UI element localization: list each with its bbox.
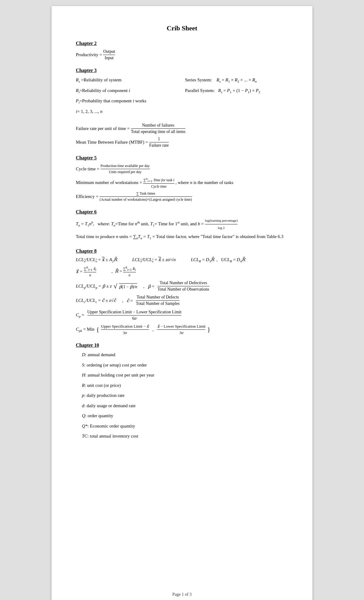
ch10-D: D: annual demand — [76, 351, 288, 359]
failure-rate-label: Failure rate per unit of time = — [76, 126, 130, 131]
rbar-den: n — [123, 272, 136, 278]
lcl-ucl-c: LCLc/UCLc = c̄ ± z√c̄ — [76, 298, 116, 304]
c-bar-formula: , c̄ = — [122, 298, 133, 303]
chapter-3-section: Chapter 3 Rs =Reliability of system Ri=R… — [76, 68, 288, 148]
chapter-5-section: Chapter 5 Cycle time = Production time a… — [76, 155, 288, 202]
cpk-brace-open: { — [96, 326, 99, 333]
min-ws-fraction: ∑ni=1 Time for task i Cycle time — [143, 177, 174, 189]
p-sqrt-content: p̄(1 − p̄)/n — [119, 283, 137, 289]
chapter-5-heading: Chapter 5 — [76, 155, 288, 161]
ch3-grid: Rs =Reliability of system Ri=Reliability… — [76, 76, 288, 118]
xdb-den: n — [84, 272, 96, 278]
b-fraction: log(learning percentage) log 2 — [205, 218, 238, 230]
ri-def: Ri=Reliability of component i — [76, 87, 173, 95]
b-numerator: log(learning percentage) — [205, 218, 238, 224]
cycle-time-formula: Cycle time = Production time available p… — [76, 164, 288, 174]
efficiency-label: Efficiency = — [76, 194, 98, 199]
mtbf-numerator: 1 — [149, 137, 169, 142]
mtbf-label: Mean Time Between Failure (MTBF) = — [76, 140, 148, 145]
mtbf-fraction: 1 Failure rate — [149, 137, 169, 148]
min-ws-denominator: Cycle time — [143, 184, 174, 189]
efficiency-numerator: ∑ Task times — [99, 191, 192, 197]
total-time-formula: Total time to produce n units = ∑nTn = T… — [76, 233, 288, 241]
p-bar-frac: Total Number of Defectives Total Number … — [157, 281, 209, 292]
productivity-formula: Productivity = Output Input — [76, 49, 288, 60]
pbar-num: Total Number of Defectives — [157, 281, 209, 286]
cpk-brace-close: } — [207, 326, 210, 333]
cpk-frac1: Upper Specification Limit − x̄ 3σ — [101, 324, 149, 335]
parallel-system: Parallel System: Rs = P1 + (1 − P1) × P2 — [185, 87, 288, 95]
cp-num: Upper Specification Limit − Lower Specif… — [87, 310, 181, 315]
cpk-label: Cpk = Min — [76, 327, 94, 332]
chapter-8-section: Chapter 8 LCLx/UCLx = x̄ ± A2R̄ LCLx/UCL… — [76, 248, 288, 335]
productivity-label: Productivity = — [76, 52, 102, 57]
ch8-row6-cpk: Cpk = Min { Upper Specification Limit − … — [76, 324, 288, 335]
tn-formula: Tn = T1nb, where: Tn=Time for nth unit, … — [76, 218, 288, 230]
page-footer: Page 1 of 3 — [52, 592, 312, 597]
ch10-d: d: daily usage or demand rate — [76, 402, 288, 410]
ch10-S: S: ordering (or setup) cost per order — [76, 361, 288, 369]
efficiency-denominator: (Actual number of workstations)×(Largest… — [99, 197, 192, 202]
ch8-row1: LCLx/UCLx = x̄ ± A2R̄ LCLx/UCLx = x̄ ± z… — [76, 257, 288, 263]
min-ws-where: , where n is the number of tasks — [176, 180, 234, 185]
failure-rate-denominator: Total operating time of all items — [131, 129, 186, 134]
productivity-fraction: Output Input — [103, 49, 115, 60]
cpk-frac2-num: x̄ − Lower Specification Limit — [157, 324, 205, 330]
chapter-10-heading: Chapter 10 — [76, 343, 288, 348]
sqrt-symbol: √ — [113, 282, 117, 290]
min-ws-numerator: ∑ni=1 Time for task i — [143, 177, 174, 184]
failure-rate-section: Failure rate per unit of time = Number o… — [76, 123, 288, 148]
cycle-time-fraction: Production time available per day Units … — [101, 164, 150, 174]
b-denominator: log 2 — [205, 224, 238, 231]
cpk-comma: , — [153, 327, 154, 332]
x-double-bar-formula: x̿ = ∑ki=1 x̄i n — [76, 265, 96, 278]
efficiency-fraction: ∑ Task times (Actual number of workstati… — [99, 191, 192, 202]
min-workstations-formula: Minimum number of workstations = ∑ni=1 T… — [76, 177, 288, 189]
i-def: i= 1, 2, 3, ..., n — [76, 108, 173, 116]
rs-def: Rs =Reliability of system — [76, 76, 173, 84]
productivity-denominator: Input — [103, 55, 115, 60]
page-title: Crib Sheet — [76, 24, 288, 32]
lcl-ucl-p: LCLp/UCLp = p̄ ± z — [76, 283, 112, 289]
cycle-time-numerator: Production time available per day — [101, 164, 150, 169]
ch8-row2: x̿ = ∑ki=1 x̄i n , R̄ = ∑ki=1 Ri n — [76, 265, 288, 278]
ch3-left: Rs =Reliability of system Ri=Reliability… — [76, 76, 173, 118]
productivity-numerator: Output — [103, 49, 115, 55]
footer-text: Page 1 of 3 — [172, 592, 191, 597]
c-bar-frac: Total Number of Defects Total Number of … — [136, 295, 180, 306]
ch10-TC: TC: total annual inventory cost — [76, 432, 288, 440]
p-bar-formula: , p̄ = — [143, 284, 154, 289]
ch8-row4-c: LCLc/UCLc = c̄ ± z√c̄ , c̄ = Total Numbe… — [76, 295, 288, 306]
failure-rate-numerator: Number of failures — [131, 123, 186, 129]
ch3-right: Series System: Rs = R1 × R2 × ... × Rn P… — [185, 76, 288, 118]
ch10-R: R: unit cost (or price) — [76, 382, 288, 390]
chapter-3-heading: Chapter 3 — [76, 68, 288, 73]
page: Crib Sheet Chapter 2 Productivity = Outp… — [52, 6, 312, 600]
failure-rate-formula: Failure rate per unit of time = Number o… — [76, 123, 288, 134]
lcl-ucl-r: LCLR = D3R̄ , UCLR = D4R̄ — [191, 257, 245, 263]
chapter-6-heading: Chapter 6 — [76, 209, 288, 215]
x-double-bar-frac: ∑ki=1 x̄i n — [84, 265, 96, 278]
lcl-ucl-xbar-1: LCLx/UCLx = x̄ ± A2R̄ — [76, 257, 117, 263]
efficiency-formula: Efficiency = ∑ Task times (Actual number… — [76, 191, 288, 202]
lcl-ucl-xbar-2: LCLx/UCLx = x̄ ± zσ/√n — [132, 257, 176, 263]
ch10-Q: Q: order quantity — [76, 412, 288, 420]
cpk-frac1-num: Upper Specification Limit − x̄ — [101, 324, 149, 330]
cpk-frac2: x̄ − Lower Specification Limit 3σ — [157, 324, 205, 335]
chapter-2-section: Chapter 2 Productivity = Output Input — [76, 41, 288, 60]
ch8-row5-cp: Cp = Upper Specification Limit − Lower S… — [76, 310, 288, 321]
chapter-6-section: Chapter 6 Tn = T1nb, where: Tn=Time for … — [76, 209, 288, 241]
cbar-num: Total Number of Defects — [136, 295, 180, 301]
min-ws-label: Minimum number of workstations = — [76, 180, 142, 185]
chapter-2-heading: Chapter 2 — [76, 41, 288, 46]
series-system: Series System: Rs = R1 × R2 × ... × Rn — [185, 76, 288, 84]
ch10-p: p: daily production rate — [76, 392, 288, 400]
cp-den: 6σ — [87, 315, 181, 321]
cycle-time-denominator: Units required per day — [101, 169, 150, 174]
cp-frac: Upper Specification Limit − Lower Specif… — [87, 310, 181, 321]
cpk-frac2-den: 3σ — [157, 330, 205, 335]
xdb-num: ∑ki=1 x̄i — [84, 265, 96, 272]
cpk-frac1-den: 3σ — [101, 330, 149, 335]
pi-def: Pi=Probability that component i works — [76, 97, 173, 105]
pbar-den: Total Number of Observations — [157, 286, 209, 292]
